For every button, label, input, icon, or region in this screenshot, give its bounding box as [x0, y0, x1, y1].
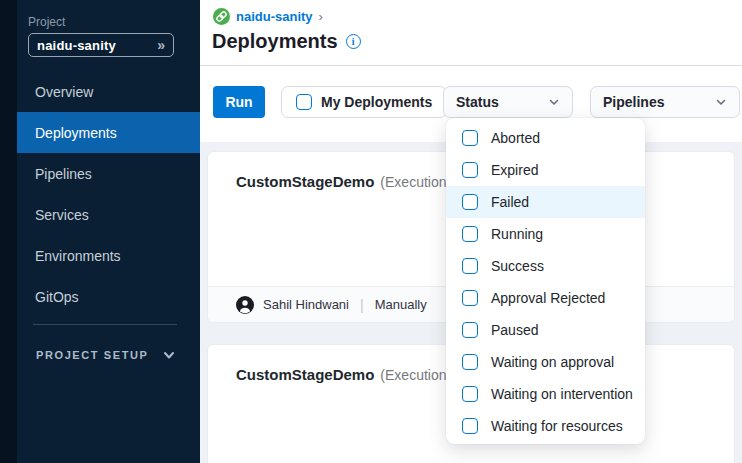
status-option-paused[interactable]: Paused — [446, 314, 645, 346]
sidebar-item-gitops[interactable]: GitOps — [17, 276, 200, 317]
page-title-row: Deployments i — [212, 30, 361, 53]
sidebar-item-deployments[interactable]: Deployments — [17, 112, 200, 153]
trigger-type: Manually — [375, 297, 427, 312]
status-option-aborted[interactable]: Aborted — [446, 122, 645, 154]
status-option-approval-rejected[interactable]: Approval Rejected — [446, 282, 645, 314]
status-option-label: Waiting on approval — [491, 354, 614, 370]
checkbox[interactable] — [462, 130, 478, 146]
sidebar-item-pipelines[interactable]: Pipelines — [17, 153, 200, 194]
my-deployments-label: My Deployments — [321, 94, 432, 110]
status-option-success[interactable]: Success — [446, 250, 645, 282]
chevron-down-icon — [163, 349, 175, 361]
status-dropdown-menu: Aborted Expired Failed Running Success A… — [446, 118, 645, 444]
status-option-label: Paused — [491, 322, 538, 338]
status-option-expired[interactable]: Expired — [446, 154, 645, 186]
status-option-running[interactable]: Running — [446, 218, 645, 250]
status-option-label: Expired — [491, 162, 538, 178]
footer-divider: | — [358, 297, 366, 313]
status-option-label: Waiting on intervention — [491, 386, 633, 402]
sidebar-nav: Overview Deployments Pipelines Services … — [17, 71, 200, 317]
triggered-by-user: Sahil Hindwani — [263, 297, 349, 312]
cd-module-icon — [213, 8, 230, 25]
status-option-label: Failed — [491, 194, 529, 210]
sidebar-item-overview[interactable]: Overview — [17, 71, 200, 112]
checkbox[interactable] — [462, 354, 478, 370]
status-option-label: Waiting for resources — [491, 418, 623, 434]
avatar — [236, 296, 254, 314]
module-nav-strip — [0, 0, 17, 463]
sidebar-item-services[interactable]: Services — [17, 194, 200, 235]
breadcrumb-project-link[interactable]: naidu-sanity — [236, 9, 313, 24]
checkbox[interactable] — [462, 290, 478, 306]
app-window: Project naidu-sanity » Overview Deployme… — [0, 0, 742, 463]
status-option-waiting-on-approval[interactable]: Waiting on approval — [446, 346, 645, 378]
pipeline-name[interactable]: CustomStageDemo — [236, 173, 374, 190]
pipeline-name[interactable]: CustomStageDemo — [236, 366, 374, 383]
status-option-waiting-for-resources[interactable]: Waiting for resources — [446, 410, 645, 442]
checkbox[interactable] — [462, 194, 478, 210]
project-label: Project — [28, 15, 65, 29]
checkbox[interactable] — [462, 258, 478, 274]
sidebar-divider — [33, 324, 177, 325]
checkbox[interactable] — [462, 226, 478, 242]
status-filter-dropdown[interactable]: Status — [443, 86, 573, 118]
status-filter-label: Status — [456, 94, 499, 110]
status-option-label: Approval Rejected — [491, 290, 605, 306]
run-button[interactable]: Run — [213, 86, 265, 118]
sidebar: Project naidu-sanity » Overview Deployme… — [0, 0, 200, 463]
my-deployments-checkbox[interactable] — [296, 94, 312, 110]
checkbox[interactable] — [462, 386, 478, 402]
chevron-down-icon — [548, 96, 560, 108]
status-option-label: Running — [491, 226, 543, 242]
project-selector[interactable]: naidu-sanity » — [28, 33, 174, 57]
project-selector-value: naidu-sanity — [37, 38, 116, 53]
checkbox[interactable] — [462, 418, 478, 434]
breadcrumb-chevron-icon: › — [319, 9, 323, 24]
info-icon[interactable]: i — [346, 34, 361, 49]
expand-project-icon[interactable]: » — [157, 38, 165, 52]
checkbox[interactable] — [462, 162, 478, 178]
pipelines-filter-label: Pipelines — [603, 94, 664, 110]
breadcrumb: naidu-sanity › — [213, 8, 323, 25]
pipelines-filter-dropdown[interactable]: Pipelines — [590, 86, 740, 118]
project-setup-toggle[interactable]: PROJECT SETUP — [36, 349, 175, 361]
page-header: naidu-sanity › Deployments i — [200, 0, 742, 66]
status-option-label: Aborted — [491, 130, 540, 146]
status-option-label: Success — [491, 258, 544, 274]
checkbox[interactable] — [462, 322, 478, 338]
status-option-failed[interactable]: Failed — [446, 186, 645, 218]
status-option-waiting-on-intervention[interactable]: Waiting on intervention — [446, 378, 645, 410]
chevron-down-icon — [715, 96, 727, 108]
project-setup-label: PROJECT SETUP — [36, 349, 149, 361]
project-nav-panel: Project naidu-sanity » Overview Deployme… — [17, 0, 200, 463]
my-deployments-filter-button[interactable]: My Deployments — [281, 86, 447, 118]
sidebar-item-environments[interactable]: Environments — [17, 235, 200, 276]
page-title: Deployments — [212, 30, 338, 53]
